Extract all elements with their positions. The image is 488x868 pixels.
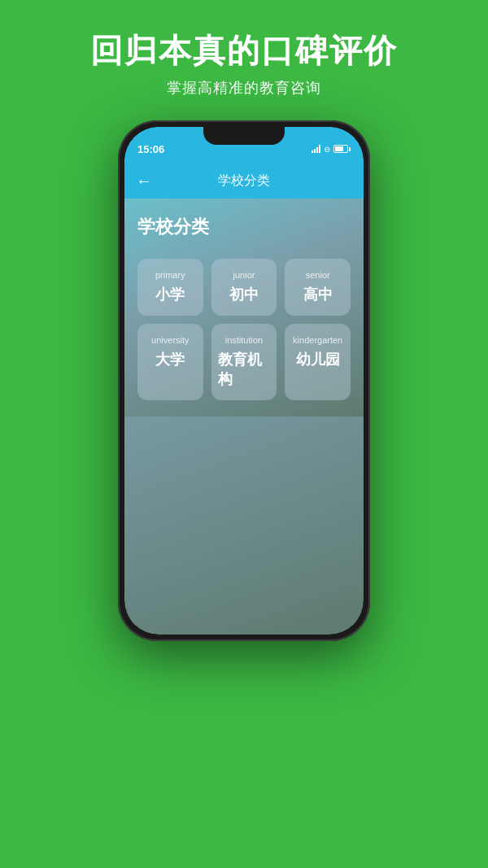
category-zh-label: 小学 xyxy=(155,285,185,304)
nav-bar: ← 学校分类 xyxy=(124,163,364,198)
page-wrapper: 回归本真的口碑评价 掌握高精准的教育咨询 15:06 ⊖ xyxy=(0,0,488,868)
category-en-label: kindergarten xyxy=(293,335,342,345)
signal-icon xyxy=(312,145,320,153)
category-card-institution[interactable]: institution教育机构 xyxy=(211,324,277,400)
category-zh-label: 幼儿园 xyxy=(296,350,340,369)
category-zh-label: 初中 xyxy=(229,285,259,304)
category-card-junior[interactable]: junior初中 xyxy=(211,259,277,316)
status-bar: 15:06 ⊖ xyxy=(124,127,364,163)
phone-frame: 15:06 ⊖ xyxy=(118,120,370,641)
category-grid: primary小学junior初中senior高中university大学ins… xyxy=(137,259,351,400)
category-en-label: university xyxy=(151,335,189,345)
category-zh-label: 大学 xyxy=(155,350,185,369)
wifi-icon: ⊖ xyxy=(324,145,330,154)
battery-icon xyxy=(333,145,351,153)
category-en-label: junior xyxy=(233,270,255,280)
category-card-kindergarten[interactable]: kindergarten幼儿园 xyxy=(285,324,351,400)
phone-inner: 15:06 ⊖ xyxy=(124,127,364,635)
notch xyxy=(203,127,285,145)
status-time: 15:06 xyxy=(137,143,164,155)
headline: 回归本真的口碑评价 xyxy=(90,31,398,70)
section-title: 学校分类 xyxy=(137,215,351,239)
content-area: 学校分类 primary小学junior初中senior高中university… xyxy=(124,198,364,417)
status-icons: ⊖ xyxy=(312,145,351,154)
back-button[interactable]: ← xyxy=(136,172,152,190)
nav-title: 学校分类 xyxy=(218,172,270,190)
category-card-university[interactable]: university大学 xyxy=(137,324,203,400)
category-zh-label: 高中 xyxy=(303,285,333,304)
category-zh-label: 教育机构 xyxy=(218,350,271,389)
category-en-label: senior xyxy=(306,270,330,280)
category-card-primary[interactable]: primary小学 xyxy=(137,259,203,316)
category-en-label: institution xyxy=(225,335,263,345)
phone-screen: 15:06 ⊖ xyxy=(124,127,364,635)
category-en-label: primary xyxy=(155,270,185,280)
subtitle: 掌握高精准的教育咨询 xyxy=(167,78,321,98)
category-card-senior[interactable]: senior高中 xyxy=(285,259,351,316)
